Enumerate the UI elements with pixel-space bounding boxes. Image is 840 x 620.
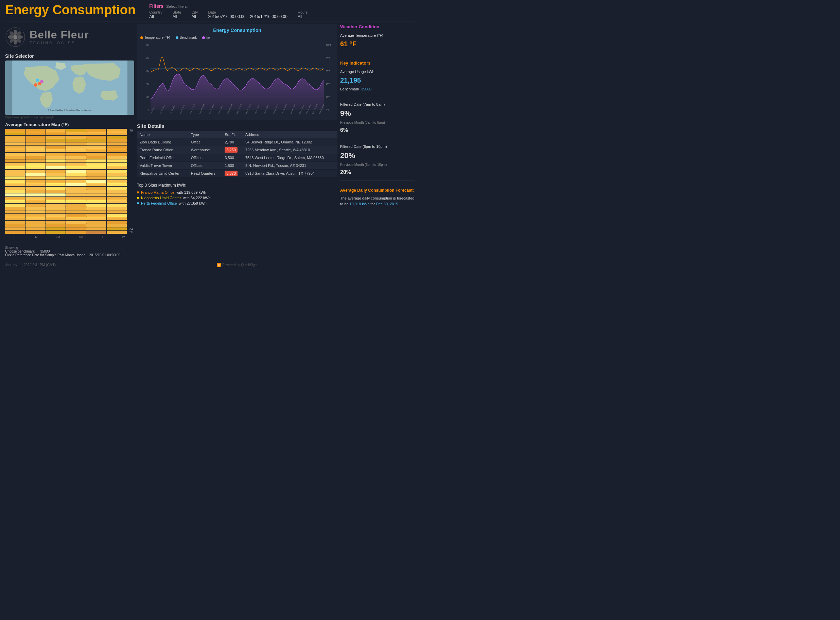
heatmap-cell	[46, 214, 66, 217]
heatmap-cell	[107, 224, 127, 227]
svg-text:20K: 20K	[146, 83, 150, 85]
divider-3	[340, 138, 415, 138]
svg-text:0°F: 0°F	[326, 109, 329, 111]
col-sqft: Sq. Ft.	[222, 131, 243, 138]
heatmap-cell	[5, 190, 25, 193]
heatmap-cell	[107, 197, 127, 200]
heatmap-cell	[46, 180, 66, 183]
svg-text:20°F: 20°F	[326, 96, 330, 99]
heatmap-row	[5, 224, 127, 227]
reference-val: 2015/10/01 00:00:00	[89, 253, 120, 257]
heatmap-cell	[66, 190, 86, 193]
filter-hours[interactable]: Hours All	[298, 10, 308, 19]
heatmap-cell	[46, 204, 66, 207]
heatmap-row	[5, 156, 127, 159]
heatmap-cell	[107, 163, 127, 166]
heatmap-cell	[107, 149, 127, 152]
heatmap-cell	[26, 156, 45, 159]
avg-temp-label: Average Temperature (°F)	[340, 33, 415, 38]
heatmap-cell	[107, 160, 127, 163]
heatmap-cell	[66, 163, 86, 166]
site-link[interactable]: Pertti Fedelmid Office	[141, 201, 177, 205]
heatmap-cell	[46, 156, 66, 159]
heatmap-cell	[26, 170, 45, 173]
heatmap-cell	[107, 221, 127, 224]
heatmap-cell	[46, 149, 66, 152]
cell-address: 7543 West Leeton Ridge Dr., Salem, MA 06…	[243, 154, 337, 162]
heatmap-cell	[86, 173, 106, 176]
heatmap-row	[5, 142, 127, 146]
heatmap-cell	[46, 153, 66, 156]
avg-temp-value: 61 °F	[340, 40, 415, 48]
benchmark-number: 35000	[361, 87, 372, 91]
heatmap-row	[5, 193, 127, 196]
heatmap-cell	[86, 211, 106, 214]
filtered-date-value: 9%	[340, 109, 415, 118]
heatmap-cell	[26, 132, 45, 135]
heatmap-cell	[86, 214, 106, 217]
bullet-icon	[137, 202, 139, 204]
heatmap-cell	[107, 200, 127, 203]
col-address: Address	[243, 131, 337, 138]
filter-country-name: Country	[149, 10, 162, 14]
heatmap-cell	[26, 224, 45, 227]
key-indicators-label: Key Indicators	[340, 60, 415, 66]
heatmap-cell	[26, 197, 45, 200]
avg-usage-label: Average Usage kWh	[340, 70, 415, 74]
heatmap-cell	[26, 163, 45, 166]
heatmap-cell	[107, 173, 127, 176]
divider-1	[340, 53, 415, 53]
svg-text:Q: Q	[218, 264, 220, 266]
svg-point-14	[34, 83, 38, 87]
chart-area: 50K 40K 30K 20K 10K 0 100°F 80°F 60°F 40…	[140, 41, 334, 116]
heatmap-row	[5, 190, 127, 193]
heatmap-cell	[86, 204, 106, 207]
heatmap-cell	[107, 231, 127, 234]
heatmap-cell	[66, 176, 86, 179]
filters-row: Country All State All City All Date 2015…	[149, 10, 415, 19]
select-filters-label: Select filters:	[166, 5, 188, 9]
benchmark-row: Benchmark 35000	[340, 87, 415, 91]
page-title: Energy Consumption	[5, 3, 135, 16]
heatmap-row	[5, 139, 127, 142]
logo-area: Belle Fleur TECHNOLOGIES	[5, 24, 134, 50]
cell-address: 8 N. Newport Rd., Tucson, AZ 34231	[243, 162, 337, 170]
svg-point-11	[36, 78, 39, 82]
map-container[interactable]: © OpenMapTiles © OpenStreetMap contribut…	[5, 60, 134, 115]
prev-month-value: 6%	[340, 127, 415, 133]
cell-address: 54 Beaver Ridge Dr., Omaha, NE 12302	[243, 138, 337, 146]
heatmap-cell	[86, 190, 106, 193]
heatmap-cell	[107, 190, 127, 193]
heatmap-cell	[46, 217, 66, 220]
weather-condition-label: Weather Condition	[340, 24, 415, 29]
heatmap-cell	[107, 193, 127, 196]
heatmap-cell	[66, 214, 86, 217]
heatmap-cell	[66, 231, 86, 234]
heatmap-cell	[46, 231, 66, 234]
reference-key: Pick a Reference Date for Sample Past Mo…	[5, 253, 85, 257]
site-link[interactable]: Kleopatros Umid Center	[141, 196, 181, 200]
heatmap-row	[5, 211, 127, 214]
heatmap-cell	[86, 153, 106, 156]
heatmap-grid	[5, 129, 127, 234]
table-row: Zion Dado BuildingOffice2,70054 Beaver R…	[137, 138, 337, 146]
filter-date[interactable]: Date 2015/07/16 00:00:00 – 2015/12/16 00…	[208, 10, 287, 19]
heatmap-cell	[86, 197, 106, 200]
heatmap-cell	[5, 193, 25, 196]
filter-state[interactable]: State All	[173, 10, 182, 19]
heatmap-cell	[46, 166, 66, 169]
heatmap-cell	[5, 231, 25, 234]
heatmap-cell	[26, 207, 45, 210]
showing-label: Showing	[5, 246, 134, 250]
filter-country[interactable]: Country All	[149, 10, 162, 19]
heatmap-cell	[46, 176, 66, 179]
heatmap-cell	[26, 146, 45, 149]
site-link[interactable]: Franco Ratna Office	[141, 190, 174, 194]
quicksight-icon: Q	[217, 263, 221, 267]
cell-name: Valdis Trevor Tower	[137, 162, 188, 170]
svg-text:40K: 40K	[146, 57, 150, 59]
svg-text:100°F: 100°F	[326, 44, 331, 47]
heatmap-cell	[5, 139, 25, 142]
avg-usage-value: 21,195	[340, 77, 415, 84]
filter-city[interactable]: City All	[191, 10, 198, 19]
